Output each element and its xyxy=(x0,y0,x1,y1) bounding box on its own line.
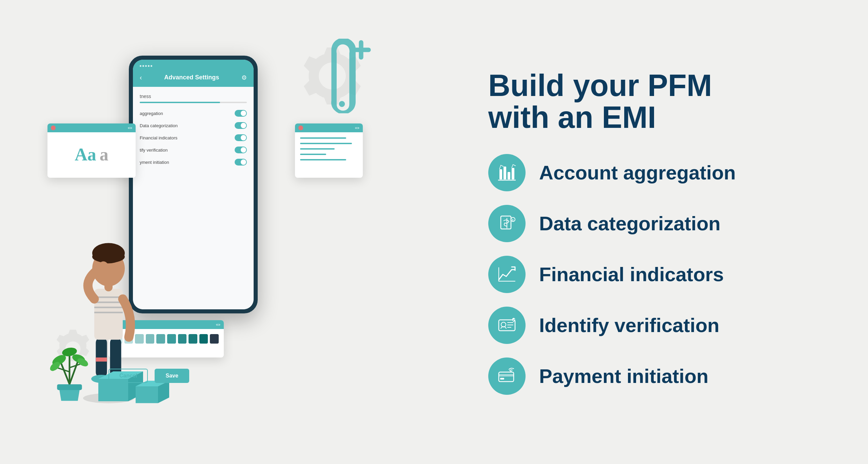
svg-point-46 xyxy=(501,322,506,327)
font-demo-gray: a xyxy=(100,144,108,165)
action-buttons: Cancel Save xyxy=(108,369,189,383)
font-demo-teal: Aa xyxy=(75,144,96,165)
svg-line-18 xyxy=(61,364,70,384)
bar-chart-icon xyxy=(497,162,517,183)
id-card-icon xyxy=(497,315,517,335)
main-container: ‹ Advanced Settings ⚙ tness aggregation … xyxy=(27,28,841,436)
payment-icon xyxy=(497,366,517,386)
toggle-identity[interactable] xyxy=(235,147,247,153)
slider-2 xyxy=(300,143,352,144)
toggle-label-4: tify verification xyxy=(140,148,167,153)
toggle-label-3: Financial indicators xyxy=(140,135,177,140)
toggle-item-2: Data categorization xyxy=(140,122,247,129)
feature-item-data-categorization: $ Data categorization xyxy=(488,205,821,242)
svg-text:$: $ xyxy=(512,218,514,221)
feature-label-payment-initiation: Payment initiation xyxy=(539,365,709,387)
feature-icon-financial-indicators xyxy=(488,256,526,293)
feature-item-account-aggregation: Account aggregation xyxy=(488,154,821,191)
panel-close-btn[interactable] xyxy=(51,125,56,130)
feature-label-identify-verification: Identify verification xyxy=(539,314,719,336)
svg-rect-7 xyxy=(96,357,107,362)
main-title: Build your PFM with an EMI xyxy=(488,70,821,134)
svg-rect-31 xyxy=(136,386,158,403)
panel-sliders-close[interactable] xyxy=(298,125,303,130)
color-swatch[interactable] xyxy=(199,334,208,344)
svg-rect-12 xyxy=(94,312,123,313)
slider-5 xyxy=(300,159,346,160)
svg-rect-36 xyxy=(508,172,510,179)
svg-rect-11 xyxy=(94,307,123,308)
phone-title: Advanced Settings xyxy=(164,74,219,81)
toggle-aggregation[interactable] xyxy=(235,110,247,117)
toggle-item-3: Financial indicators xyxy=(140,134,247,141)
svg-point-16 xyxy=(92,251,125,263)
panel-sliders: «» xyxy=(295,123,363,178)
feature-label-data-categorization: Data categorization xyxy=(539,212,721,235)
svg-rect-35 xyxy=(504,167,506,179)
toggle-data-cat[interactable] xyxy=(235,122,247,129)
feature-label-account-aggregation: Account aggregation xyxy=(539,161,736,184)
svg-point-53 xyxy=(510,371,512,372)
panel-font: «» Aa a xyxy=(47,123,136,178)
slider-1 xyxy=(300,137,346,139)
toggle-item-1: aggregation xyxy=(140,110,247,117)
color-swatch[interactable] xyxy=(178,334,187,344)
feature-icon-account-aggregation xyxy=(488,154,526,191)
plant-illustration xyxy=(42,330,97,405)
feature-item-identify-verification: Identify verification xyxy=(488,307,821,344)
svg-rect-39 xyxy=(501,216,511,229)
dollar-data-icon: $ xyxy=(497,213,517,234)
svg-rect-34 xyxy=(499,169,502,179)
phone-slider xyxy=(140,102,247,103)
trending-up-icon xyxy=(497,264,517,285)
content-side: Build your PFM with an EMI xyxy=(468,49,841,415)
feature-icon-data-categorization: $ xyxy=(488,205,526,242)
feature-item-financial-indicators: Financial indicators xyxy=(488,256,821,293)
wrench-icon xyxy=(305,39,380,113)
phone-settings-icon[interactable]: ⚙ xyxy=(241,74,247,81)
panel-chevrons: «» xyxy=(128,125,132,130)
toggle-label-1: aggregation xyxy=(140,111,163,116)
title-line1: Build your PFM xyxy=(488,69,712,102)
phone-brightness-label: tness xyxy=(140,94,247,99)
svg-rect-52 xyxy=(500,378,504,380)
svg-rect-37 xyxy=(512,168,514,179)
slider-4 xyxy=(300,154,326,155)
save-button[interactable]: Save xyxy=(155,369,189,383)
color-swatch[interactable] xyxy=(167,334,176,344)
svg-rect-17 xyxy=(57,384,82,390)
panel-colors-chevrons: «» xyxy=(216,322,220,327)
toggle-payment[interactable] xyxy=(235,159,247,166)
slider-3 xyxy=(300,148,335,150)
toggle-label-5: yment initiation xyxy=(140,160,169,165)
color-swatch[interactable] xyxy=(189,334,197,344)
toggle-label-2: Data categorization xyxy=(140,123,178,128)
feature-icon-payment-initiation xyxy=(488,357,526,395)
toggle-financial[interactable] xyxy=(235,134,247,141)
panel-sliders-chevrons: «» xyxy=(355,125,359,130)
color-swatch[interactable] xyxy=(210,334,219,344)
feature-label-financial-indicators: Financial indicators xyxy=(539,263,724,286)
svg-rect-50 xyxy=(499,372,514,382)
svg-rect-10 xyxy=(94,302,123,303)
title-line2: with an EMI xyxy=(488,100,656,134)
illustration-side: ‹ Advanced Settings ⚙ tness aggregation … xyxy=(27,28,400,436)
toggle-item-4: tify verification xyxy=(140,147,247,153)
toggle-item-5: yment initiation xyxy=(140,159,247,166)
cancel-button[interactable]: Cancel xyxy=(108,369,148,383)
svg-rect-51 xyxy=(499,374,514,376)
phone-back-arrow[interactable]: ‹ xyxy=(140,74,142,81)
features-list: Account aggregation $ Data categorizatio xyxy=(488,154,821,395)
feature-icon-identify-verification xyxy=(488,307,526,344)
feature-item-payment-initiation: Payment initiation xyxy=(488,357,821,395)
